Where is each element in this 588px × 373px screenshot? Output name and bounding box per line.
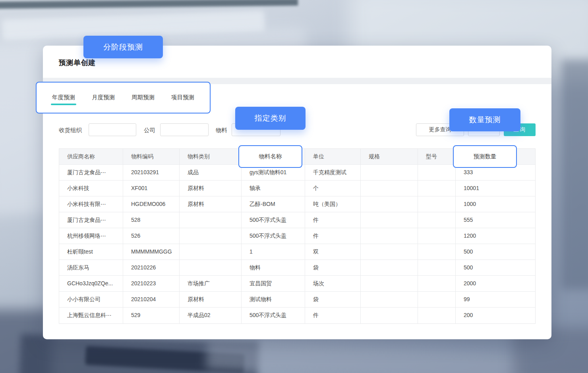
column-header: 规格 <box>361 149 418 165</box>
cell: 20210226 <box>123 260 180 276</box>
cell: 千克精度测试 <box>305 165 361 181</box>
cell: 500 <box>456 244 535 260</box>
cell: 上海甄云信息科⋯ <box>59 308 123 323</box>
cell: 件 <box>305 228 361 244</box>
cell: 528 <box>123 212 180 228</box>
background-laptop-keyboard <box>19 334 259 373</box>
cell: 500不浮式头盖 <box>242 308 305 323</box>
cell: 小小有限公司 <box>59 292 123 308</box>
cell <box>180 260 242 276</box>
cell: 2000 <box>456 276 535 292</box>
tab-label: 月度预测 <box>92 94 115 100</box>
cell: 99 <box>456 292 535 308</box>
cell: 轴承 <box>242 181 305 196</box>
tab-monthly-forecast[interactable]: 月度预测 <box>91 94 116 108</box>
cell <box>361 165 418 181</box>
cell: GCHo3Jzq0ZQe... <box>59 276 123 292</box>
column-header: 供应商名称 <box>59 149 123 165</box>
tab-period-forecast[interactable]: 周期预测 <box>130 94 156 108</box>
forecast-table: 供应商名称物料编码物料类别物料名称单位规格型号预测数量 厦门古龙食品⋯20210… <box>59 148 536 324</box>
receiving-org-input[interactable] <box>89 123 136 136</box>
cell: 测试物料 <box>242 292 305 308</box>
cell: 20210223 <box>123 276 180 292</box>
background-browser-menubar <box>0 0 298 9</box>
cell: 原材料 <box>180 292 242 308</box>
cell: 市场推广 <box>180 276 242 292</box>
cell: 吨（美国） <box>305 196 361 212</box>
cell <box>361 212 418 228</box>
company-input[interactable] <box>160 123 209 136</box>
cell: 555 <box>456 212 535 228</box>
phased-forecast-badge: 分阶段预测 <box>83 36 163 58</box>
cell: 小米科技有限⋯ <box>59 196 123 212</box>
quantity-forecast-badge: 数量预测 <box>449 108 520 131</box>
background-laptop-keys <box>85 346 245 373</box>
cell <box>180 212 242 228</box>
cell: 529 <box>123 308 180 323</box>
cell: 件 <box>305 308 361 323</box>
cell <box>361 228 418 244</box>
cell: 1000 <box>456 196 535 212</box>
cell: 半成品02 <box>180 308 242 323</box>
tab-label: 周期预测 <box>132 94 155 100</box>
column-header: 单位 <box>305 149 361 165</box>
background-monitor-bezel <box>561 60 588 290</box>
background-laptop-deck <box>206 339 525 373</box>
specify-category-badge: 指定类别 <box>235 107 306 130</box>
cell: 1200 <box>456 228 535 244</box>
cell: 场次 <box>305 276 361 292</box>
cell: 202103291 <box>123 165 180 181</box>
cell <box>180 244 242 260</box>
cell: 小米科技 <box>59 181 123 196</box>
cell: 厦门古龙食品⋯ <box>59 165 123 181</box>
cell: 杜昕颐test <box>59 244 123 260</box>
cell: HGDEMO006 <box>123 196 180 212</box>
cell: 袋 <box>305 292 361 308</box>
cell <box>418 276 456 292</box>
material-name-callout-box: 物料名称 <box>238 145 302 168</box>
cell <box>418 196 456 212</box>
cell <box>418 228 456 244</box>
cell: 汤臣东马 <box>59 260 123 276</box>
tab-annual-forecast[interactable]: 年度预测 <box>51 94 76 108</box>
cell <box>418 308 456 323</box>
cell: 20210204 <box>123 292 180 308</box>
cell <box>361 196 418 212</box>
forecast-quantity-callout-box: 预测数量 <box>453 145 517 168</box>
cell: 500 <box>456 260 535 276</box>
column-header: 物料编码 <box>123 149 180 165</box>
forecast-type-callout-box: 年度预测月度预测周期预测项目预测 <box>36 82 211 113</box>
cell: 10001 <box>456 181 535 196</box>
tab-label: 年度预测 <box>52 94 75 100</box>
cell: 宜昌国贸 <box>242 276 305 292</box>
cell: 杭州移领网络⋯ <box>59 228 123 244</box>
active-tab-underline <box>51 104 76 105</box>
forecast-type-tabs: 年度预测月度预测周期预测项目预测 <box>51 94 210 108</box>
cell: XF001 <box>123 181 180 196</box>
cell: 厦门古龙食品⋯ <box>59 212 123 228</box>
cell <box>361 260 418 276</box>
cell <box>180 228 242 244</box>
cell <box>418 181 456 196</box>
receiving-org-label: 收货组织 <box>59 127 82 134</box>
company-label: 公司 <box>144 127 155 134</box>
column-header: 物料类别 <box>180 149 242 165</box>
cell: 成品 <box>180 165 242 181</box>
tab-project-forecast[interactable]: 项目预测 <box>170 94 195 108</box>
cell <box>418 165 456 181</box>
cell: 原材料 <box>180 196 242 212</box>
screen: 预测单创建 年度预测月度预测周期预测项目预测 收货组织 公司 物料 更多查询 查… <box>0 0 588 373</box>
column-header: 型号 <box>418 149 456 165</box>
cell: 物料 <box>242 260 305 276</box>
cell <box>361 244 418 260</box>
cell <box>418 244 456 260</box>
cell: 500不浮式头盖 <box>242 228 305 244</box>
cell <box>418 260 456 276</box>
cell <box>418 212 456 228</box>
cell: 个 <box>305 181 361 196</box>
cell: MMMMMMGGG <box>123 244 180 260</box>
tab-label: 项目预测 <box>171 94 194 100</box>
page-title: 预测单创建 <box>59 58 96 67</box>
cell <box>361 276 418 292</box>
cell: 件 <box>305 212 361 228</box>
